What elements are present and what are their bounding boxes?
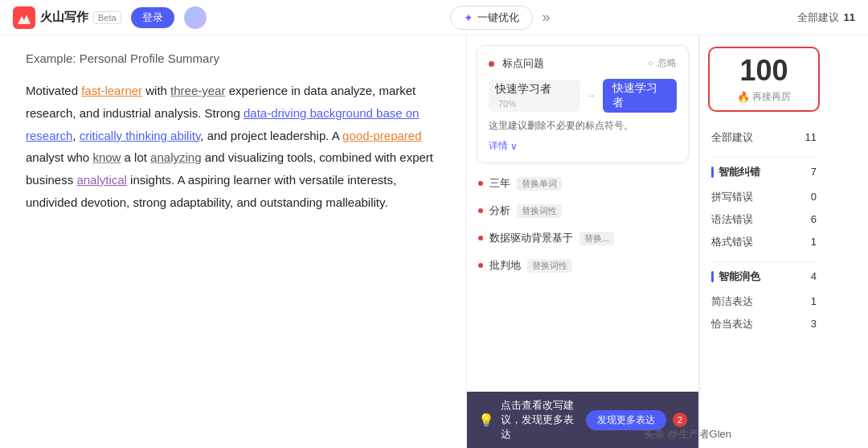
card-title-area: 标点问题 — [489, 55, 544, 71]
divider — [711, 157, 817, 158]
item-dot — [478, 181, 483, 186]
card-header: 标点问题 ○ 忽略 — [489, 55, 677, 71]
sidebar-category-correction: 智能纠错 7 — [700, 161, 828, 181]
sidebar-row-grammar[interactable]: 语法错误 6 — [711, 208, 817, 231]
navbar-center: ✦ 一键优化 » — [216, 6, 788, 30]
item-text: 数据驱动背景基于 — [489, 231, 573, 245]
circle-icon: ○ — [648, 58, 653, 68]
main-layout: Example: Personal Profile Summary Motiva… — [0, 35, 868, 448]
navbar-right: 全部建议 11 — [797, 10, 855, 25]
sidebar-category-polish: 智能润色 4 — [700, 265, 828, 286]
sidebar-count-appropriate: 3 — [811, 318, 817, 330]
sidebar-label-spelling: 拼写错误 — [711, 190, 753, 204]
score-box: 100 🔥 再接再厉 — [708, 47, 820, 112]
sidebar-count-concise: 1 — [811, 295, 817, 307]
watermark: 头条 @生产者Glen — [644, 427, 731, 442]
avatar-button[interactable] — [184, 6, 207, 29]
sidebar-row-spelling[interactable]: 拼写错误 0 — [711, 186, 817, 208]
score-number: 100 — [718, 55, 810, 87]
sidebar-row-format[interactable]: 格式错误 1 — [711, 231, 817, 253]
sidebar-label-all: 全部建议 — [711, 130, 753, 145]
category-count-correction: 7 — [811, 166, 817, 178]
sidebar-section-polish: 简洁表达 1 恰当表达 3 — [700, 286, 828, 340]
card-title: 标点问题 — [502, 57, 544, 69]
sidebar-row-concise[interactable]: 简洁表达 1 — [711, 290, 817, 313]
fire-icon: 🔥 — [737, 91, 750, 103]
word-score: 70% — [498, 99, 516, 109]
word-suggestion-button[interactable]: 快速学习者 — [603, 79, 677, 113]
highlight-three-year[interactable]: three-year — [170, 84, 225, 97]
suggestion-card: 标点问题 ○ 忽略 快速学习者 70% → 快速学习者 这里建议删除不必要的标点… — [477, 45, 689, 163]
list-item[interactable]: 三年 替换单词 — [467, 170, 698, 197]
chevron-down-icon: ∨ — [510, 141, 518, 152]
sidebar-label-appropriate: 恰当表达 — [711, 317, 753, 331]
sidebar-row-all[interactable]: 全部建议 11 — [711, 126, 817, 149]
tooltip-badge: 2 — [673, 413, 687, 427]
beta-badge: Beta — [93, 11, 121, 24]
sidebar-row-appropriate[interactable]: 恰当表达 3 — [711, 313, 817, 335]
highlight-fast-learner[interactable]: fast-learner — [81, 84, 142, 97]
sidebar-count-grammar: 6 — [811, 213, 817, 225]
login-button[interactable]: 登录 — [131, 7, 174, 28]
sidebar-label-concise: 简洁表达 — [711, 294, 753, 309]
tooltip-text: 点击查看改写建议，发现更多表达 — [501, 398, 579, 442]
item-dot — [478, 208, 483, 213]
item-text: 批判地 — [489, 258, 521, 273]
svg-rect-0 — [13, 6, 35, 29]
logo-area: 火山写作 Beta — [13, 6, 121, 29]
item-dot — [478, 263, 483, 268]
doc-title: Example: Personal Profile Summary — [26, 51, 440, 65]
sidebar-count-all: 11 — [805, 131, 817, 143]
card-ignore-button[interactable]: ○ 忽略 — [648, 56, 677, 70]
list-item[interactable]: 数据驱动背景基于 替换... — [467, 224, 698, 252]
highlight-analytical[interactable]: analytical — [76, 173, 127, 187]
card-dot — [489, 61, 494, 67]
category-count-polish: 4 — [811, 270, 817, 282]
item-text: 分析 — [489, 203, 510, 218]
suggestions-label: 全部建议 — [797, 10, 839, 25]
item-tag[interactable]: 替换... — [579, 232, 614, 245]
navbar: 火山写作 Beta 登录 ✦ 一键优化 » 全部建议 11 — [0, 0, 868, 35]
sidebar-section: 全部建议 11 — [700, 121, 828, 154]
highlight-analyzing[interactable]: analyzing — [150, 150, 201, 164]
logo-text: 火山写作 — [40, 10, 88, 25]
sidebar-section-correction: 拼写错误 0 语法错误 6 格式错误 1 — [700, 181, 828, 258]
category-bar-icon — [711, 271, 714, 282]
highlight-critically-thinking[interactable]: critically thinking ability — [80, 129, 201, 142]
item-text: 三年 — [489, 176, 510, 191]
item-tag[interactable]: 替换词性 — [527, 259, 572, 273]
list-item[interactable]: 批判地 替换词性 — [467, 252, 698, 279]
word-original: 快速学习者 70% — [489, 80, 580, 112]
highlight-good-prepared[interactable]: good-prepared — [342, 129, 421, 142]
editor-area: Example: Personal Profile Summary Motiva… — [0, 35, 466, 448]
suggestions-count: 11 — [844, 11, 855, 23]
sidebar-count-spelling: 0 — [811, 191, 817, 203]
category-bar-icon — [711, 166, 714, 178]
score-subtitle: 🔥 再接再厉 — [718, 90, 810, 104]
sidebar-count-format: 1 — [811, 236, 817, 248]
sidebar-label-format: 格式错误 — [711, 235, 753, 249]
highlight-know[interactable]: know — [92, 150, 121, 164]
list-item[interactable]: 分析 替换词性 — [467, 197, 698, 224]
suggestion-panel: 标点问题 ○ 忽略 快速学习者 70% → 快速学习者 这里建议删除不必要的标点… — [466, 35, 699, 448]
item-tag[interactable]: 替换单词 — [517, 177, 562, 191]
divider — [711, 261, 817, 262]
sidebar-label-grammar: 语法错误 — [711, 212, 753, 227]
more-button[interactable]: » — [539, 9, 554, 26]
right-sidebar: 100 🔥 再接再厉 全部建议 11 智能纠错 7 拼写错误 0 语法错误 — [699, 35, 828, 448]
optimize-button[interactable]: ✦ 一键优化 — [450, 6, 533, 30]
logo-icon — [13, 6, 35, 29]
star-icon: ✦ — [464, 11, 473, 24]
item-dot — [478, 236, 483, 240]
word-row: 快速学习者 70% → 快速学习者 — [489, 79, 677, 113]
doc-content: Motivated fast-learner with three-year e… — [26, 80, 440, 214]
bulb-icon: 💡 — [478, 413, 494, 428]
card-description: 这里建议删除不必要的标点符号。 — [489, 119, 677, 133]
card-detail-button[interactable]: 详情 ∨ — [489, 139, 677, 153]
arrow-icon: → — [587, 90, 596, 101]
item-tag[interactable]: 替换词性 — [517, 204, 562, 218]
